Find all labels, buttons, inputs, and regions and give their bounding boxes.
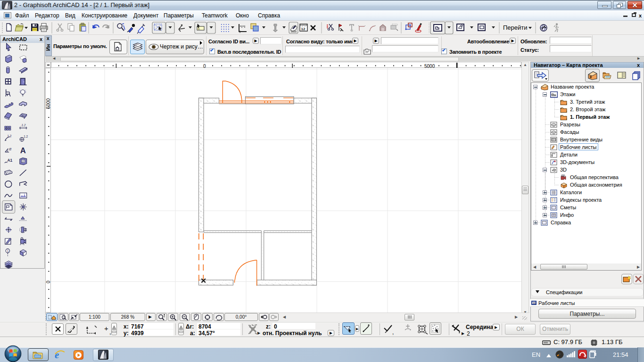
svg-text:12: 12 (301, 27, 305, 31)
svg-text:A1: A1 (7, 158, 12, 163)
svg-text:0: 0 (46, 280, 51, 283)
svg-text:Перейти: Перейти (503, 24, 528, 31)
svg-text:1.2: 1.2 (7, 134, 11, 138)
svg-text:α: α (9, 147, 11, 151)
svg-text:1: 1 (7, 249, 9, 253)
svg-text:5000: 5000 (46, 98, 51, 109)
svg-text:.1.2: .1.2 (21, 123, 26, 127)
svg-text:1.2: 1.2 (24, 135, 28, 138)
svg-text:A: A (20, 146, 26, 155)
